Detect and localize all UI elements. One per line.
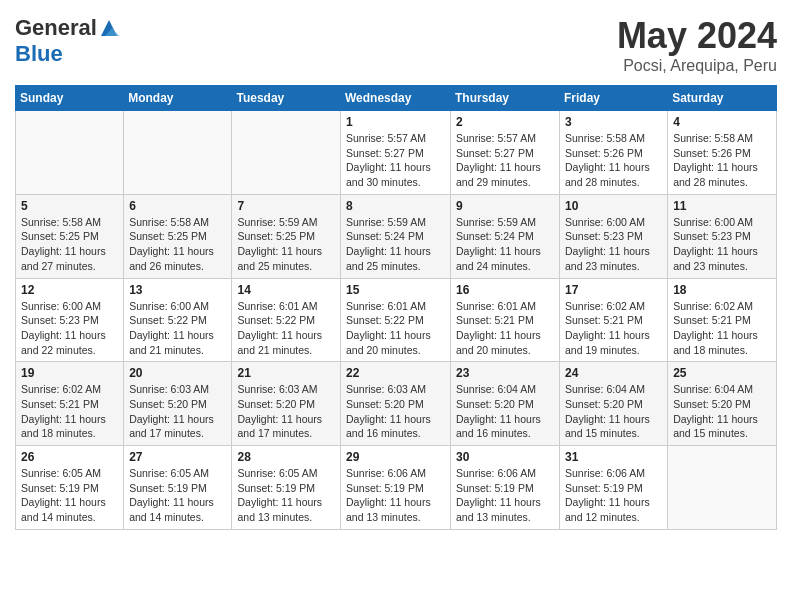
table-row: 7Sunrise: 5:59 AM Sunset: 5:25 PM Daylig… (232, 194, 341, 278)
day-info: Sunrise: 5:59 AM Sunset: 5:24 PM Dayligh… (346, 215, 445, 274)
day-number: 21 (237, 366, 335, 380)
day-info: Sunrise: 6:04 AM Sunset: 5:20 PM Dayligh… (565, 382, 662, 441)
week-row-1: 1Sunrise: 5:57 AM Sunset: 5:27 PM Daylig… (16, 111, 777, 195)
table-row: 27Sunrise: 6:05 AM Sunset: 5:19 PM Dayli… (124, 446, 232, 530)
day-number: 6 (129, 199, 226, 213)
table-row: 25Sunrise: 6:04 AM Sunset: 5:20 PM Dayli… (668, 362, 777, 446)
table-row: 4Sunrise: 5:58 AM Sunset: 5:26 PM Daylig… (668, 111, 777, 195)
day-number: 18 (673, 283, 771, 297)
table-row: 17Sunrise: 6:02 AM Sunset: 5:21 PM Dayli… (560, 278, 668, 362)
table-row: 10Sunrise: 6:00 AM Sunset: 5:23 PM Dayli… (560, 194, 668, 278)
header-monday: Monday (124, 86, 232, 111)
day-number: 10 (565, 199, 662, 213)
table-row: 20Sunrise: 6:03 AM Sunset: 5:20 PM Dayli… (124, 362, 232, 446)
day-number: 20 (129, 366, 226, 380)
day-info: Sunrise: 5:57 AM Sunset: 5:27 PM Dayligh… (456, 131, 554, 190)
day-info: Sunrise: 6:01 AM Sunset: 5:22 PM Dayligh… (237, 299, 335, 358)
day-info: Sunrise: 6:01 AM Sunset: 5:21 PM Dayligh… (456, 299, 554, 358)
week-row-3: 12Sunrise: 6:00 AM Sunset: 5:23 PM Dayli… (16, 278, 777, 362)
day-number: 5 (21, 199, 118, 213)
day-info: Sunrise: 6:02 AM Sunset: 5:21 PM Dayligh… (673, 299, 771, 358)
table-row: 26Sunrise: 6:05 AM Sunset: 5:19 PM Dayli… (16, 446, 124, 530)
day-number: 16 (456, 283, 554, 297)
day-info: Sunrise: 6:06 AM Sunset: 5:19 PM Dayligh… (456, 466, 554, 525)
day-info: Sunrise: 6:05 AM Sunset: 5:19 PM Dayligh… (237, 466, 335, 525)
day-info: Sunrise: 5:59 AM Sunset: 5:25 PM Dayligh… (237, 215, 335, 274)
table-row (16, 111, 124, 195)
table-row: 5Sunrise: 5:58 AM Sunset: 5:25 PM Daylig… (16, 194, 124, 278)
calendar-table: Sunday Monday Tuesday Wednesday Thursday… (15, 85, 777, 530)
title-block: May 2024 Pocsi, Arequipa, Peru (617, 15, 777, 75)
day-number: 19 (21, 366, 118, 380)
day-number: 27 (129, 450, 226, 464)
day-info: Sunrise: 6:02 AM Sunset: 5:21 PM Dayligh… (565, 299, 662, 358)
weekday-header-row: Sunday Monday Tuesday Wednesday Thursday… (16, 86, 777, 111)
day-number: 1 (346, 115, 445, 129)
day-info: Sunrise: 6:05 AM Sunset: 5:19 PM Dayligh… (129, 466, 226, 525)
day-info: Sunrise: 6:02 AM Sunset: 5:21 PM Dayligh… (21, 382, 118, 441)
day-info: Sunrise: 5:58 AM Sunset: 5:26 PM Dayligh… (565, 131, 662, 190)
logo-icon (99, 18, 119, 38)
table-row: 31Sunrise: 6:06 AM Sunset: 5:19 PM Dayli… (560, 446, 668, 530)
day-info: Sunrise: 6:03 AM Sunset: 5:20 PM Dayligh… (346, 382, 445, 441)
day-info: Sunrise: 6:03 AM Sunset: 5:20 PM Dayligh… (129, 382, 226, 441)
day-number: 4 (673, 115, 771, 129)
table-row (124, 111, 232, 195)
header-wednesday: Wednesday (341, 86, 451, 111)
day-info: Sunrise: 6:01 AM Sunset: 5:22 PM Dayligh… (346, 299, 445, 358)
header-sunday: Sunday (16, 86, 124, 111)
day-number: 3 (565, 115, 662, 129)
day-info: Sunrise: 6:00 AM Sunset: 5:23 PM Dayligh… (565, 215, 662, 274)
day-number: 14 (237, 283, 335, 297)
day-number: 31 (565, 450, 662, 464)
week-row-2: 5Sunrise: 5:58 AM Sunset: 5:25 PM Daylig… (16, 194, 777, 278)
table-row: 16Sunrise: 6:01 AM Sunset: 5:21 PM Dayli… (451, 278, 560, 362)
day-info: Sunrise: 5:58 AM Sunset: 5:25 PM Dayligh… (21, 215, 118, 274)
day-number: 11 (673, 199, 771, 213)
table-row: 21Sunrise: 6:03 AM Sunset: 5:20 PM Dayli… (232, 362, 341, 446)
table-row: 28Sunrise: 6:05 AM Sunset: 5:19 PM Dayli… (232, 446, 341, 530)
day-number: 8 (346, 199, 445, 213)
table-row: 3Sunrise: 5:58 AM Sunset: 5:26 PM Daylig… (560, 111, 668, 195)
day-info: Sunrise: 6:05 AM Sunset: 5:19 PM Dayligh… (21, 466, 118, 525)
header-tuesday: Tuesday (232, 86, 341, 111)
table-row: 22Sunrise: 6:03 AM Sunset: 5:20 PM Dayli… (341, 362, 451, 446)
day-info: Sunrise: 6:06 AM Sunset: 5:19 PM Dayligh… (346, 466, 445, 525)
table-row: 23Sunrise: 6:04 AM Sunset: 5:20 PM Dayli… (451, 362, 560, 446)
table-row: 24Sunrise: 6:04 AM Sunset: 5:20 PM Dayli… (560, 362, 668, 446)
day-number: 28 (237, 450, 335, 464)
day-info: Sunrise: 5:58 AM Sunset: 5:25 PM Dayligh… (129, 215, 226, 274)
day-info: Sunrise: 5:59 AM Sunset: 5:24 PM Dayligh… (456, 215, 554, 274)
table-row: 12Sunrise: 6:00 AM Sunset: 5:23 PM Dayli… (16, 278, 124, 362)
day-number: 29 (346, 450, 445, 464)
day-info: Sunrise: 6:00 AM Sunset: 5:23 PM Dayligh… (21, 299, 118, 358)
table-row: 6Sunrise: 5:58 AM Sunset: 5:25 PM Daylig… (124, 194, 232, 278)
table-row: 8Sunrise: 5:59 AM Sunset: 5:24 PM Daylig… (341, 194, 451, 278)
table-row: 13Sunrise: 6:00 AM Sunset: 5:22 PM Dayli… (124, 278, 232, 362)
day-number: 26 (21, 450, 118, 464)
logo-general-text: General (15, 15, 97, 41)
day-info: Sunrise: 6:06 AM Sunset: 5:19 PM Dayligh… (565, 466, 662, 525)
table-row: 14Sunrise: 6:01 AM Sunset: 5:22 PM Dayli… (232, 278, 341, 362)
day-number: 2 (456, 115, 554, 129)
header-friday: Friday (560, 86, 668, 111)
day-number: 9 (456, 199, 554, 213)
page-container: General Blue May 2024 Pocsi, Arequipa, P… (0, 0, 792, 540)
table-row: 2Sunrise: 5:57 AM Sunset: 5:27 PM Daylig… (451, 111, 560, 195)
table-row: 19Sunrise: 6:02 AM Sunset: 5:21 PM Dayli… (16, 362, 124, 446)
day-number: 15 (346, 283, 445, 297)
day-info: Sunrise: 5:58 AM Sunset: 5:26 PM Dayligh… (673, 131, 771, 190)
day-number: 23 (456, 366, 554, 380)
table-row: 11Sunrise: 6:00 AM Sunset: 5:23 PM Dayli… (668, 194, 777, 278)
header-saturday: Saturday (668, 86, 777, 111)
week-row-5: 26Sunrise: 6:05 AM Sunset: 5:19 PM Dayli… (16, 446, 777, 530)
day-number: 24 (565, 366, 662, 380)
table-row (668, 446, 777, 530)
day-number: 7 (237, 199, 335, 213)
logo-blue-text: Blue (15, 41, 63, 67)
day-info: Sunrise: 6:00 AM Sunset: 5:23 PM Dayligh… (673, 215, 771, 274)
table-row: 15Sunrise: 6:01 AM Sunset: 5:22 PM Dayli… (341, 278, 451, 362)
calendar-title: May 2024 (617, 15, 777, 57)
calendar-location: Pocsi, Arequipa, Peru (617, 57, 777, 75)
week-row-4: 19Sunrise: 6:02 AM Sunset: 5:21 PM Dayli… (16, 362, 777, 446)
